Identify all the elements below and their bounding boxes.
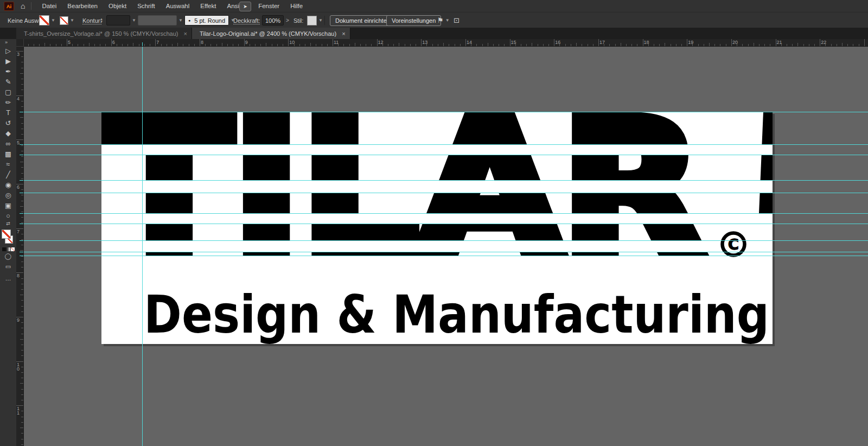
stroke-caret-icon[interactable]: ▼ [70,18,74,23]
ruler-tick [360,44,361,46]
ruler-tick [759,44,760,46]
paintbrush-tool[interactable]: ✏ [1,97,15,107]
document-tab[interactable]: Tilar-Logo-Original.ai* @ 2400 % (CMYK/V… [192,28,350,39]
ruler-number: 6 [112,40,115,45]
fill-stroke-indicator[interactable] [2,230,15,246]
rotate-tool[interactable]: ↺ [1,118,15,128]
opacity-input[interactable]: 100% [262,15,284,26]
selection-tool[interactable]: ▷ [1,46,15,56]
stroke-weight-caret-icon[interactable]: ▼ [132,18,136,23]
eraser-tool[interactable]: ◆ [1,128,15,138]
shaper-tool[interactable]: ∞ [1,138,15,149]
opacity-label[interactable]: Deckkraft: [233,12,260,28]
document-setup-button[interactable]: Dokument einrichten [330,15,395,26]
gradient-mode-icon[interactable] [7,247,10,251]
menu-item-fenster[interactable]: Fenster [253,0,285,12]
color-mode-icon[interactable] [2,247,6,251]
toolbar-overflow-icon[interactable]: … [5,275,11,282]
ruler-tick [488,43,488,46]
stroke-weight-stepper[interactable]: ▲▼ [100,18,103,23]
style-swatch[interactable] [307,16,317,26]
fill-caret-icon[interactable]: ▼ [51,18,55,23]
canvas-area[interactable]: TILARCDesign & Manufacturing [24,47,868,446]
rectangle-tool[interactable]: ▢ [1,87,15,97]
ruler-tick [571,44,571,46]
fill-color-well[interactable] [2,230,11,239]
ruler-tick [288,39,289,46]
ruler-number: 14 [467,40,472,45]
menu-item-auswahl[interactable]: Auswahl [161,0,195,12]
home-icon[interactable]: ⌂ [21,2,25,10]
ruler-tick [21,262,23,262]
ruler-number: 5 [68,40,71,45]
swap-fill-stroke-icon[interactable]: ⇄ [6,221,10,228]
profile-caret-icon[interactable]: ▼ [178,18,183,23]
tab-title: Tilar-Logo-Original.ai* @ 2400 % (CMYK/V… [200,30,336,37]
type-tool[interactable]: T [1,107,15,118]
fill-none-swatch[interactable] [39,15,49,26]
variable-width-profile-select[interactable] [138,15,177,26]
align-glyphs-icon[interactable]: ⚑ [437,16,444,24]
ruler-tick [438,44,438,46]
eyedropper-tool[interactable]: ╱ [1,169,15,180]
brush-definition-select[interactable]: ● 5 pt. Round [184,15,229,26]
screen-mode-icon[interactable]: ▭ [5,263,11,272]
tab-title: T-shirts_Oversize_Vorlage.ai* @ 150 % (C… [24,30,178,37]
ruler-tick [654,44,654,46]
guide-ruler-mark [20,240,23,241]
menu-item-bearbeiten[interactable]: Bearbeiten [62,0,103,12]
stroke-none-swatch[interactable] [60,16,68,25]
align-caret-icon[interactable]: ▼ [445,18,450,23]
blend-tool[interactable]: ◉ [1,180,15,190]
horizontal-ruler[interactable]: 5678910111213141516171819202122 [24,39,868,47]
gradient-tool[interactable]: ▩ [1,149,15,159]
ruler-tick [44,43,45,46]
ruler-tick [21,355,23,356]
symbol-sprayer-tool[interactable]: ◎ [1,190,15,200]
vertical-ruler[interactable]: 34567891011 [16,47,24,446]
toolbar-expand-icon[interactable]: » [5,39,8,46]
ruler-tick [21,212,23,212]
ruler-tick [21,101,23,101]
workspace-switcher-icon[interactable]: ➤ [239,2,251,11]
document-info-icon[interactable]: ⊡ [454,16,459,24]
ruler-tick [100,44,100,46]
ruler-tick [754,43,754,46]
artboard-tool[interactable]: ▣ [1,200,15,211]
menu-item-objekt[interactable]: Objekt [103,0,132,12]
menu-item-hilfe[interactable]: Hilfe [285,0,308,12]
direct-selection-tool[interactable]: ▶ [1,56,15,66]
ruler-tick [34,44,34,46]
ruler-tick [21,79,23,79]
menu-item-schrift[interactable]: Schrift [132,0,161,12]
ruler-tick [366,44,366,46]
ruler-tick [21,84,23,85]
ruler-tick [864,39,865,46]
brush-dot-icon: ● [188,18,190,22]
tab-close-icon[interactable]: × [183,30,187,37]
ruler-origin-corner[interactable] [16,39,24,47]
menu-item-effekt[interactable]: Effekt [195,0,221,12]
ruler-number: 13 [422,40,427,45]
style-caret-icon[interactable]: ▼ [318,18,323,23]
width-tool[interactable]: ≈ [1,159,15,169]
pen-tool[interactable]: ✒ [1,66,15,77]
guide-ruler-mark [20,155,23,155]
none-mode-icon[interactable] [11,247,15,251]
opacity-more-button[interactable]: > [286,12,289,28]
ruler-tick [593,44,593,46]
curvature-tool[interactable]: ✎ [1,77,15,87]
stroke-weight-input[interactable] [106,15,130,26]
preferences-button[interactable]: Voreinstellungen [386,15,441,26]
logo-stripe [101,213,773,224]
stroke-weight-label[interactable]: Kontur: [82,12,101,28]
menu-item-datei[interactable]: Datei [36,0,62,12]
ruler-tick [172,44,173,46]
app-logo-icon[interactable]: Ai [4,2,14,11]
paint-mode-icons[interactable] [2,247,15,251]
zoom-tool[interactable]: ○ [1,211,15,221]
tab-close-icon[interactable]: × [342,30,345,37]
ruler-tick [155,39,156,46]
document-tab[interactable]: T-shirts_Oversize_Vorlage.ai* @ 150 % (C… [16,28,192,39]
draw-mode-icon[interactable]: ◯ [5,253,11,262]
